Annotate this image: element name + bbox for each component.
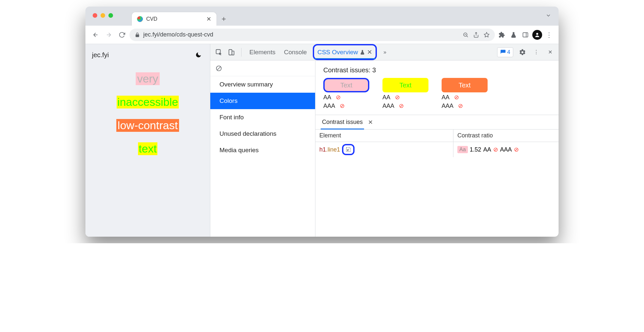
- ban-icon: ⊘: [458, 102, 463, 109]
- cssoverview-sidebar: Overview summary Colors Font info Unused…: [210, 60, 315, 237]
- svg-rect-12: [232, 51, 234, 55]
- panel-icon[interactable]: [520, 30, 530, 40]
- titlebar: CVD ✕ ＋: [85, 7, 559, 26]
- scroll-into-view-icon[interactable]: [342, 144, 355, 155]
- window-controls: [93, 13, 113, 18]
- page-body: very inaccessible low-contrast text: [85, 66, 210, 237]
- contrast-swatches: Text AA⊘ AAA⊘ Text AA⊘ AAA⊘ Text AA⊘: [315, 78, 559, 115]
- svg-line-4: [467, 36, 468, 37]
- message-icon: [500, 49, 506, 55]
- cssoverview-main: Contrast issues: 3 Text AA⊘ AAA⊘ Text AA…: [315, 60, 559, 237]
- swatch-1[interactable]: Text AA⊘ AAA⊘: [323, 78, 369, 109]
- reload-button[interactable]: [116, 29, 127, 40]
- swatch-chip-2[interactable]: Text: [382, 78, 428, 92]
- address-bar[interactable]: jec.fyi/demo/cds-quest-cvd: [129, 29, 495, 41]
- cell-element: h1.line1: [315, 142, 453, 157]
- devtools-right: 4 ⋮ ✕: [497, 47, 555, 57]
- ban-icon: ⊘: [395, 94, 400, 101]
- ban-icon: ⊘: [399, 102, 404, 109]
- svg-rect-11: [229, 49, 232, 55]
- share-icon[interactable]: [473, 32, 479, 38]
- ban-icon: ⊘: [514, 146, 519, 153]
- cell-ratio: Aa 1.52 AA ⊘ AAA ⊘: [453, 142, 559, 157]
- tab-title: CVD: [146, 16, 203, 22]
- svg-line-14: [217, 67, 220, 70]
- tab-console[interactable]: Console: [281, 44, 310, 60]
- table-row[interactable]: h1.line1 Aa 1.52 AA ⊘: [315, 142, 559, 157]
- sidebar-item-colors[interactable]: Colors: [210, 93, 315, 109]
- sidebar-item-unused[interactable]: Unused declarations: [210, 126, 315, 142]
- menu-icon[interactable]: ⋮: [544, 30, 554, 40]
- element-code: h1.line1: [319, 146, 340, 153]
- zoom-icon[interactable]: [463, 32, 469, 38]
- col-element: Element: [315, 130, 453, 142]
- tab-css-overview[interactable]: CSS Overview ✕: [313, 44, 377, 60]
- separator: [241, 48, 242, 57]
- demo-word-1: very: [136, 72, 159, 85]
- device-icon[interactable]: [227, 48, 236, 57]
- lower-tabbar: Contrast issues ✕: [315, 115, 559, 130]
- maximize-window-icon[interactable]: [108, 13, 113, 18]
- contrast-issues-panel: Contrast issues ✕ Element Contrast ratio…: [315, 115, 559, 237]
- browser-window: CVD ✕ ＋ jec.fyi/demo/cds-quest-cvd: [85, 7, 559, 237]
- ban-icon: ⊘: [340, 102, 345, 109]
- minimize-window-icon[interactable]: [101, 13, 105, 18]
- extensions-icon[interactable]: [497, 30, 507, 40]
- new-tab-button[interactable]: ＋: [217, 12, 231, 26]
- lower-tab-close-icon[interactable]: ✕: [368, 119, 373, 126]
- toolbar: jec.fyi/demo/cds-quest-cvd ⋮: [85, 26, 559, 44]
- content-area: jec.fyi very inaccessible low-contrast t…: [85, 44, 559, 237]
- kebab-icon[interactable]: ⋮: [532, 48, 541, 57]
- svg-rect-7: [523, 33, 528, 37]
- ban-icon: ⊘: [454, 94, 459, 101]
- swatch-chip-3[interactable]: Text: [442, 78, 488, 92]
- url-text: jec.fyi/demo/cds-quest-cvd: [143, 31, 213, 38]
- lower-tab-contrast[interactable]: Contrast issues: [321, 115, 364, 129]
- profile-avatar[interactable]: [532, 30, 542, 40]
- site-label: jec.fyi: [92, 51, 109, 59]
- tabs-dropdown-icon[interactable]: [545, 12, 551, 18]
- browser-tab[interactable]: CVD ✕: [131, 12, 217, 26]
- rendered-page: jec.fyi very inaccessible low-contrast t…: [85, 44, 210, 237]
- demo-word-2: inaccessible: [117, 96, 179, 108]
- svg-point-9: [536, 33, 538, 35]
- tab-close-icon[interactable]: ✕: [367, 48, 372, 56]
- clear-icon[interactable]: [210, 60, 315, 76]
- lock-icon: [135, 32, 140, 37]
- contrast-issues-heading: Contrast issues: 3: [315, 60, 559, 78]
- sidebar-item-media[interactable]: Media queries: [210, 142, 315, 158]
- tab-close-icon[interactable]: ✕: [206, 15, 211, 23]
- back-button[interactable]: [90, 29, 101, 40]
- demo-word-3: low-contrast: [116, 119, 179, 132]
- theme-toggle[interactable]: [194, 50, 203, 60]
- devtools: Elements Console CSS Overview ✕ » 4: [210, 44, 559, 237]
- swatch-chip-1[interactable]: Text: [323, 78, 369, 92]
- inspect-icon[interactable]: [214, 48, 223, 57]
- favicon-icon: [137, 16, 143, 22]
- tab-elements[interactable]: Elements: [247, 44, 278, 60]
- svg-marker-6: [484, 32, 489, 37]
- devtools-tabbar: Elements Console CSS Overview ✕ » 4: [210, 44, 559, 60]
- labs-icon[interactable]: [509, 30, 518, 40]
- aa-sample: Aa: [457, 146, 468, 153]
- ban-icon: ⊘: [336, 94, 341, 101]
- devtools-body: Overview summary Colors Font info Unused…: [210, 60, 559, 237]
- swatch-3[interactable]: Text AA⊘ AAA⊘: [442, 78, 488, 109]
- table-header: Element Contrast ratio: [315, 130, 559, 142]
- issues-badge[interactable]: 4: [497, 47, 513, 57]
- sidebar-item-overview[interactable]: Overview summary: [210, 76, 315, 93]
- page-header: jec.fyi: [85, 44, 210, 66]
- ban-icon: ⊘: [493, 146, 498, 153]
- devtools-close-icon[interactable]: ✕: [545, 48, 555, 57]
- swatch-2[interactable]: Text AA⊘ AAA⊘: [382, 78, 428, 109]
- flask-icon: [360, 50, 365, 55]
- close-window-icon[interactable]: [93, 13, 97, 18]
- sidebar-item-font[interactable]: Font info: [210, 109, 315, 126]
- demo-word-4: text: [138, 142, 157, 155]
- more-tabs-icon[interactable]: »: [380, 48, 389, 57]
- forward-button[interactable]: [103, 29, 114, 40]
- settings-icon[interactable]: [518, 48, 527, 57]
- col-ratio: Contrast ratio: [453, 130, 559, 142]
- bookmark-icon[interactable]: [484, 32, 490, 38]
